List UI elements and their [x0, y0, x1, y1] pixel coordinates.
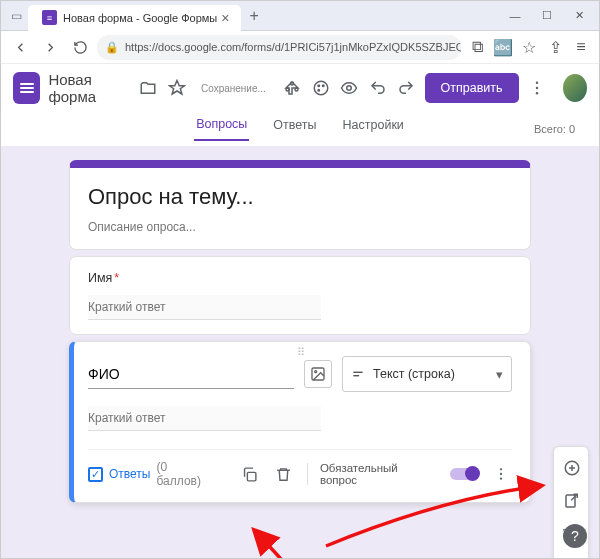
address-bar: 🔒 https://docs.google.com/forms/d/1PRICi…	[1, 31, 599, 64]
close-window-button[interactable]: ✕	[563, 2, 595, 29]
maximize-button[interactable]: ☐	[531, 2, 563, 29]
chevron-down-icon: ▾	[496, 367, 503, 382]
forms-favicon: ≡	[42, 10, 57, 25]
svg-point-12	[315, 371, 317, 373]
import-questions-button[interactable]	[554, 486, 590, 516]
svg-point-5	[322, 85, 324, 87]
question-more-icon[interactable]	[490, 463, 512, 485]
more-icon[interactable]	[527, 76, 548, 100]
app-header: Новая форма Сохранение... Отправить	[1, 64, 599, 112]
close-tab-icon[interactable]: ×	[217, 10, 233, 26]
share-icon[interactable]: ⇪	[543, 35, 567, 59]
star-icon[interactable]	[166, 76, 187, 100]
preview-icon[interactable]	[339, 76, 360, 100]
q2-title-input[interactable]	[88, 360, 294, 389]
new-tab-button[interactable]: +	[241, 7, 266, 25]
answers-key-button[interactable]: ✓ Ответы (0 баллов)	[88, 460, 215, 488]
question-card-2[interactable]: ⠿ Текст (строка) ▾ ✓ Ответы (0 баллов)	[69, 341, 531, 503]
palette-icon[interactable]	[310, 76, 331, 100]
send-button[interactable]: Отправить	[425, 73, 519, 103]
tab-title: Новая форма - Google Формы	[63, 12, 217, 24]
redo-icon[interactable]	[396, 76, 417, 100]
svg-point-8	[536, 82, 538, 84]
drag-handle-icon[interactable]: ⠿	[297, 346, 307, 359]
svg-point-16	[500, 468, 502, 470]
svg-point-4	[318, 85, 320, 87]
svg-rect-15	[248, 472, 257, 481]
question-type-label: Текст (строка)	[373, 367, 455, 381]
url-input[interactable]: 🔒 https://docs.google.com/forms/d/1PRICi…	[97, 35, 461, 60]
switch-tabs-icon[interactable]: ▭	[5, 9, 28, 23]
svg-point-18	[500, 478, 502, 480]
q1-answer-placeholder	[88, 295, 321, 320]
undo-icon[interactable]	[367, 76, 388, 100]
browser-window: ▭ ≡ Новая форма - Google Формы × + — ☐ ✕…	[0, 0, 600, 559]
short-text-icon	[351, 367, 365, 381]
reload-button[interactable]	[67, 34, 93, 60]
tab-questions[interactable]: Вопросы	[194, 117, 249, 141]
reader-icon[interactable]: ⧉	[465, 35, 489, 59]
svg-point-7	[347, 86, 352, 91]
q1-label: Имя*	[88, 271, 512, 285]
question-type-select[interactable]: Текст (строка) ▾	[342, 356, 512, 392]
tab-answers[interactable]: Ответы	[271, 118, 318, 140]
titlebar: ▭ ≡ Новая форма - Google Формы × + — ☐ ✕	[1, 1, 599, 31]
svg-point-17	[500, 473, 502, 475]
addons-icon[interactable]	[282, 76, 303, 100]
form-tabs: Вопросы Ответы Настройки Всего: 0	[1, 112, 599, 146]
folder-icon[interactable]	[138, 76, 159, 100]
svg-point-1	[286, 88, 289, 91]
add-question-button[interactable]	[554, 453, 590, 483]
svg-point-10	[536, 92, 538, 94]
check-icon: ✓	[88, 467, 103, 482]
window-controls: — ☐ ✕	[499, 2, 595, 29]
minimize-button[interactable]: —	[499, 2, 531, 29]
lock-icon: 🔒	[105, 41, 119, 54]
points-label: (0 баллов)	[156, 460, 214, 488]
back-button[interactable]	[7, 34, 33, 60]
question-card-1[interactable]: Имя*	[69, 256, 531, 335]
survey-desc-input[interactable]	[88, 220, 512, 234]
menu-icon[interactable]: ≡	[569, 35, 593, 59]
title-card[interactable]	[69, 160, 531, 250]
q2-answer-placeholder	[88, 406, 321, 431]
add-image-button[interactable]	[554, 552, 590, 558]
question-footer: ✓ Ответы (0 баллов) Обязательный вопрос	[88, 449, 512, 488]
bookmark-icon[interactable]: ☆	[517, 35, 541, 59]
browser-tab[interactable]: ≡ Новая форма - Google Формы ×	[28, 5, 241, 31]
annotation-arrow-2	[246, 524, 346, 558]
form-canvas: Имя* ⠿ Текст (строка) ▾ ✓ Ответы (0 балл…	[1, 146, 599, 558]
duplicate-icon[interactable]	[239, 463, 261, 485]
forms-logo-icon[interactable]	[13, 72, 40, 104]
svg-point-6	[318, 90, 320, 92]
svg-point-3	[314, 81, 328, 95]
url-text: https://docs.google.com/forms/d/1PRICi57…	[125, 41, 461, 53]
svg-point-2	[295, 88, 298, 91]
svg-point-0	[291, 82, 294, 85]
required-toggle[interactable]	[450, 468, 478, 480]
tab-settings[interactable]: Настройки	[341, 118, 406, 140]
translate-icon[interactable]: 🔤	[491, 35, 515, 59]
required-label: Обязательный вопрос	[320, 462, 438, 486]
total-count: Всего: 0	[534, 123, 575, 135]
avatar[interactable]	[563, 74, 587, 102]
help-button[interactable]: ?	[563, 524, 587, 548]
survey-title-input[interactable]	[88, 182, 512, 212]
forward-button[interactable]	[37, 34, 63, 60]
saving-status: Сохранение...	[201, 83, 266, 94]
svg-point-9	[536, 87, 538, 89]
delete-icon[interactable]	[273, 463, 295, 485]
form-title[interactable]: Новая форма	[48, 71, 130, 105]
add-image-icon[interactable]	[304, 360, 332, 388]
